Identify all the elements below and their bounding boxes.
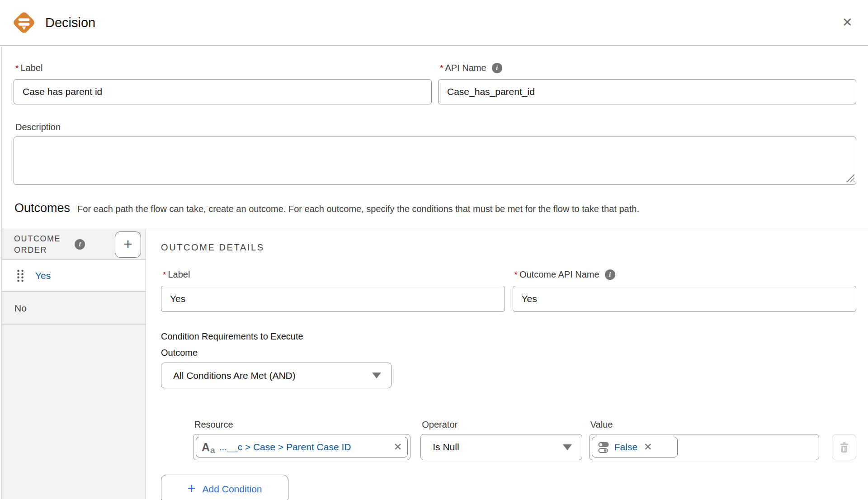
outcome-panel: Outcome Order i + — [2, 229, 868, 499]
outcome-api-input[interactable] — [513, 286, 857, 312]
value-combobox[interactable]: False ✕ — [589, 434, 819, 460]
outcome-details-heading: Outcome Details — [161, 242, 856, 253]
outcome-item-label: Yes — [35, 270, 51, 281]
outcomes-heading: Outcomes — [14, 201, 70, 215]
outcome-details-section: Outcome Details * Label * Outcome API Na — [146, 229, 868, 499]
condition-requirements-value: All Conditions Are Met (AND) — [173, 370, 296, 381]
required-asterisk: * — [440, 63, 443, 73]
text-type-icon: Aa — [202, 442, 215, 453]
resource-pill[interactable]: Aa ...__c > Case > Parent Case ID ✕ — [196, 437, 408, 458]
outcome-item-yes[interactable]: Yes — [2, 260, 146, 292]
remove-value-icon[interactable]: ✕ — [644, 442, 652, 452]
value-column: Value — [589, 419, 819, 460]
outcome-label-input[interactable] — [161, 286, 505, 312]
delete-condition-button[interactable] — [832, 434, 856, 460]
info-icon[interactable]: i — [75, 239, 85, 250]
dialog-title: Decision — [45, 15, 95, 30]
outcomes-heading-row: Outcomes For each path the flow can take… — [14, 201, 856, 215]
condition-requirements-label: Condition Requirements to Execute Outcom… — [161, 328, 328, 361]
value-label: Value — [589, 419, 819, 430]
condition-requirements-select[interactable]: All Conditions Are Met (AND) — [161, 363, 392, 388]
outcome-item-no[interactable]: No — [2, 292, 146, 325]
add-outcome-button[interactable]: + — [115, 231, 141, 258]
required-asterisk: * — [15, 63, 19, 73]
info-icon[interactable]: i — [605, 269, 615, 280]
operator-value: Is Null — [433, 442, 459, 453]
boolean-toggle-icon — [598, 441, 610, 453]
resource-combobox[interactable]: Aa ...__c > Case > Parent Case ID ✕ — [193, 434, 410, 460]
close-icon[interactable]: ✕ — [840, 14, 854, 31]
outcome-label-field-group: * Label — [161, 269, 505, 312]
decision-icon — [11, 9, 37, 36]
outcome-api-field-label: * Outcome API Name i — [513, 269, 857, 280]
outcomes-description: For each path the flow can take, create … — [77, 204, 639, 214]
decision-dialog: Decision ✕ * Label * API Name i — [0, 0, 868, 500]
api-name-field-group: * API Name i — [438, 62, 856, 104]
api-name-field-label: * API Name i — [438, 62, 856, 74]
condition-row: Resource Aa ...__c > Case > Parent Case … — [161, 419, 856, 460]
resource-column: Resource Aa ...__c > Case > Parent Case … — [193, 419, 410, 460]
delete-condition-column — [832, 419, 856, 460]
remove-resource-icon[interactable]: ✕ — [390, 442, 402, 452]
label-field-group: * Label — [14, 62, 432, 104]
outcome-order-header: Outcome Order i + — [2, 229, 146, 260]
outcome-label-api-row: * Label * Outcome API Name i — [161, 269, 856, 312]
label-input[interactable] — [14, 79, 432, 104]
operator-column: Operator Is Null — [420, 419, 582, 460]
trash-icon — [839, 441, 850, 453]
resource-pill-text: ...__c > Case > Parent Case ID — [219, 442, 351, 453]
dialog-body: * Label * API Name i Descript — [1, 46, 868, 499]
value-pill-text: False — [614, 442, 637, 453]
add-condition-button[interactable]: + Add Condition — [161, 475, 288, 500]
outcome-order-sidebar: Outcome Order i + — [2, 229, 146, 499]
description-textarea[interactable] — [14, 137, 856, 185]
outcome-item-label: No — [14, 303, 27, 314]
operator-select[interactable]: Is Null — [420, 434, 582, 460]
decision-form: * Label * API Name i Descript — [2, 46, 868, 215]
label-api-row: * Label * API Name i — [14, 62, 856, 104]
info-icon[interactable]: i — [492, 63, 502, 73]
outcome-label-field-label: * Label — [161, 269, 505, 280]
dialog-header: Decision ✕ — [0, 0, 868, 46]
plus-icon: + — [187, 481, 195, 497]
required-asterisk: * — [163, 270, 166, 280]
outcome-order-title: Outcome Order — [14, 233, 71, 256]
operator-label: Operator — [420, 419, 582, 430]
api-name-input[interactable] — [438, 79, 856, 104]
chevron-down-icon — [372, 373, 381, 378]
description-field-group: Description — [14, 122, 856, 185]
value-pill[interactable]: False ✕ — [592, 437, 678, 458]
chevron-down-icon — [563, 444, 572, 450]
required-asterisk: * — [514, 270, 518, 280]
add-condition-label: Add Condition — [203, 484, 262, 495]
drag-handle-icon[interactable] — [16, 269, 24, 283]
description-textarea-wrap — [14, 137, 856, 185]
label-field-label: * Label — [14, 62, 432, 74]
outcome-api-field-group: * Outcome API Name i — [513, 269, 857, 312]
outcome-order-empty-area — [2, 325, 146, 499]
resource-label: Resource — [193, 419, 410, 430]
description-field-label: Description — [14, 122, 856, 133]
